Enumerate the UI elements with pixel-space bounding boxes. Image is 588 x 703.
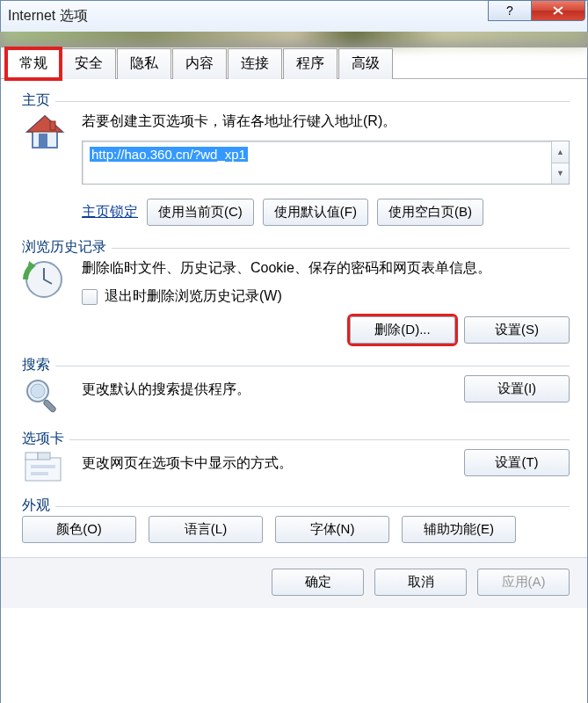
tab-general[interactable]: 常规 — [6, 48, 61, 79]
help-button[interactable]: ? — [488, 0, 532, 21]
search-desc: 更改默认的搜索提供程序。 — [82, 379, 250, 400]
homepage-url-input[interactable]: http://hao.360.cn/?wd_xp1 ▲ ▼ — [82, 141, 570, 185]
tabgroup-label: 选项卡 — [22, 430, 69, 448]
ok-button[interactable]: 确定 — [272, 569, 364, 596]
svg-rect-3 — [50, 121, 55, 130]
history-desc: 删除临时文件、历史记录、Cookie、保存的密码和网页表单信息。 — [82, 257, 570, 279]
delete-on-exit-label: 退出时删除浏览历史记录(W) — [105, 287, 282, 306]
use-current-button[interactable]: 使用当前页(C) — [147, 199, 254, 226]
tab-privacy[interactable]: 隐私 — [117, 48, 171, 79]
tabs-icon — [22, 449, 82, 484]
tab-content[interactable]: 内容 — [172, 48, 227, 79]
svg-rect-10 — [25, 453, 38, 460]
tab-programs[interactable]: 程序 — [283, 48, 338, 79]
use-blank-button[interactable]: 使用空白页(B) — [377, 199, 483, 226]
clock-icon — [22, 257, 82, 301]
home-icon — [22, 111, 82, 156]
titlebar: Internet 选项 ? — [0, 0, 588, 32]
magnifier-icon — [22, 375, 82, 417]
svg-marker-1 — [27, 116, 62, 132]
appearance-label: 外观 — [22, 496, 55, 515]
svg-rect-11 — [38, 453, 50, 460]
homepage-url-value: http://hao.360.cn/?wd_xp1 — [90, 147, 248, 162]
accessibility-button[interactable]: 辅助功能(E) — [402, 516, 516, 543]
svg-rect-8 — [43, 399, 57, 413]
delete-history-button[interactable]: 删除(D)... — [350, 316, 455, 344]
tab-bar: 常规 安全 隐私 内容 连接 程序 高级 — [1, 47, 587, 79]
url-spinner[interactable]: ▲ ▼ — [551, 141, 569, 184]
history-settings-button[interactable]: 设置(S) — [464, 316, 570, 344]
homepage-desc: 若要创建主页选项卡，请在各地址行键入地址(R)。 — [82, 111, 570, 132]
svg-point-7 — [31, 384, 45, 398]
delete-on-exit-checkbox[interactable] — [82, 289, 98, 305]
window-title: Internet 选项 — [8, 7, 88, 25]
tab-advanced[interactable]: 高级 — [338, 48, 393, 79]
svg-rect-2 — [39, 134, 47, 148]
tabgroup-settings-button[interactable]: 设置(T) — [464, 449, 570, 476]
homepage-lock-link[interactable]: 主页锁定 — [82, 203, 138, 221]
search-settings-button[interactable]: 设置(I) — [464, 375, 570, 402]
close-button[interactable] — [531, 0, 585, 21]
svg-rect-13 — [31, 472, 48, 475]
history-label: 浏览历史记录 — [22, 238, 112, 257]
fonts-button[interactable]: 字体(N) — [275, 516, 389, 543]
tab-security[interactable]: 安全 — [62, 48, 116, 79]
homepage-label: 主页 — [22, 91, 55, 110]
colors-button[interactable]: 颜色(O) — [22, 516, 136, 543]
apply-button[interactable]: 应用(A) — [477, 569, 570, 596]
spinner-up-icon[interactable]: ▲ — [552, 141, 569, 163]
tab-connections[interactable]: 连接 — [228, 48, 282, 79]
language-button[interactable]: 语言(L) — [149, 516, 263, 543]
spinner-down-icon[interactable]: ▼ — [552, 163, 569, 185]
cancel-button[interactable]: 取消 — [374, 569, 467, 596]
use-default-button[interactable]: 使用默认值(F) — [263, 199, 368, 226]
dialog-footer: 确定 取消 应用(A) — [1, 557, 587, 608]
tabgroup-desc: 更改网页在选项卡中显示的方式。 — [82, 453, 293, 474]
search-label: 搜索 — [22, 356, 55, 374]
svg-rect-12 — [31, 465, 55, 468]
svg-rect-9 — [25, 458, 61, 481]
